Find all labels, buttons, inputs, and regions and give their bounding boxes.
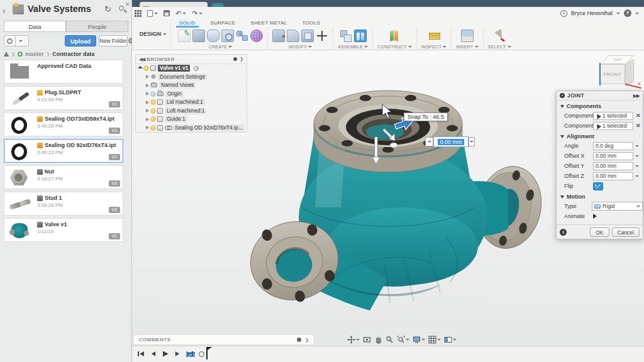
refresh-icon[interactable]: ↻ [104,4,111,14]
redo-button[interactable]: ↷ [192,10,203,16]
visibility-bulb-icon[interactable] [144,66,148,70]
viewcube-right-face[interactable] [625,59,634,86]
list-item-folder[interactable]: Approved CAD Data [4,60,123,84]
comments-expand-icon[interactable]: ❯ [305,337,309,343]
expand-triangle-icon[interactable] [138,66,143,71]
grid-snaps-button[interactable] [428,336,441,344]
list-item[interactable]: Plug.SLDPRT 4:03:09 PM V1 [4,86,123,110]
pipe-icon[interactable] [236,30,248,42]
offset-z-field[interactable]: 0.00 mm [593,172,633,180]
visibility-bulb-icon[interactable] [151,92,155,96]
timeline-feature-icon[interactable] [199,351,204,357]
loft-icon[interactable] [207,30,219,42]
visibility-bulb-icon[interactable] [151,126,155,130]
insert-group-label[interactable]: INSERT [456,45,478,49]
chevron-down-icon[interactable] [635,145,639,147]
top-flange[interactable] [314,90,462,172]
fillet-icon[interactable] [287,30,299,42]
hub-icon[interactable] [4,52,9,57]
step-forward-button[interactable] [174,350,181,358]
modify-group-label[interactable]: MODIFY [272,45,328,49]
new-folder-button[interactable]: New Folder [99,35,128,47]
component1-selection-field[interactable]: 1 selected [593,112,633,120]
list-item[interactable]: Stud 1 3:18:26 PM V2 [4,192,123,216]
tab-tools[interactable]: TOOLS [299,19,323,28]
view-cube[interactable]: TOP FRONT X [597,54,641,93]
tab-surface[interactable]: SURFACE [208,19,239,28]
expand-triangle-icon[interactable] [146,75,149,79]
dim-dropdown-left[interactable] [425,137,433,146]
timeline-group-icon[interactable] [186,352,196,357]
list-item[interactable]: Nut 3:18:27 PM V2 [4,165,123,189]
construct-group-label[interactable]: CONSTRUCT [377,45,412,49]
clear-selection-icon[interactable]: ✕ [636,112,641,119]
expand-triangle-icon[interactable] [146,92,149,96]
breadcrumb-folder[interactable]: Contractor data [52,51,94,57]
zoom-button[interactable] [386,336,394,344]
dialog-dock-icon[interactable]: ▶▶ [633,93,640,99]
expand-triangle-icon[interactable] [146,118,149,121]
expand-triangle-icon[interactable] [146,101,149,104]
list-item-selected[interactable]: Sealing OD 92xID76xT4.ipt 3:40:23 PM V1 [4,139,123,163]
display-settings-button[interactable] [413,336,425,344]
section-components[interactable]: Components [557,101,643,111]
info-icon[interactable]: i [560,229,567,236]
browser-expand-icon[interactable]: ❯ [240,57,243,62]
browser-collapse-icon[interactable]: ◀◀ [139,57,144,62]
clear-selection-icon[interactable]: ✕ [636,123,641,129]
offset-value-field[interactable]: 0.00 mm [433,136,469,147]
chevron-down-icon[interactable] [635,165,639,167]
extrude-icon[interactable] [192,30,205,42]
insert-canvas-icon[interactable] [461,30,474,42]
form-icon[interactable] [250,30,263,42]
tab-solid[interactable]: SOLID [176,19,199,28]
play-button[interactable] [162,350,169,358]
component2-selection-field[interactable]: 1 selected [593,122,633,130]
orbit-button[interactable] [347,336,360,344]
app-menu-button[interactable] [135,10,142,17]
construct-plane-icon[interactable] [388,30,401,42]
viewcube-front-face[interactable]: FRONT [600,64,625,84]
section-motion[interactable]: Motion [557,191,643,201]
skip-start-button[interactable] [137,350,145,358]
browser-root-row[interactable]: Valve v1 v1 [136,64,247,73]
joint-dialog-header[interactable]: JOINT ▶▶ [557,91,643,101]
visibility-bulb-icon[interactable] [151,117,155,121]
clock-icon[interactable] [560,10,567,17]
list-item[interactable]: Valve v1 1/11/19 V1 [4,218,123,242]
joint-tool-icon-active[interactable] [354,30,367,42]
select-cursor-icon[interactable] [493,30,506,42]
move-icon[interactable] [316,30,328,42]
select-group-label[interactable]: SELECT [488,45,511,49]
browser-node[interactable]: Named Views [136,81,247,90]
browser-node[interactable]: Lid machined:1 [136,98,247,107]
shell-icon[interactable] [301,30,314,42]
panel-close-icon[interactable]: ✕ [125,1,130,8]
look-at-button[interactable] [363,336,371,344]
tab-sheet-metal[interactable]: SHEET METAL [247,19,290,28]
visibility-bulb-icon[interactable] [151,100,155,104]
help-icon[interactable]: ? [624,9,631,17]
assemble-group-label[interactable]: ASSEMBLE [338,45,368,49]
inspect-group-label[interactable]: INSPECT [421,45,447,49]
timeline-end-marker[interactable] [206,347,208,359]
browser-display-icon[interactable] [233,57,237,61]
chevron-down-icon[interactable] [635,175,639,177]
press-pull-icon[interactable] [272,30,285,42]
save-button[interactable] [164,10,170,16]
create-sketch-icon[interactable] [178,30,191,42]
breadcrumb-branch[interactable]: master [25,51,44,57]
offset-y-field[interactable]: 0.00 mm [593,162,633,170]
flip-button[interactable] [593,182,603,190]
search-icon[interactable] [119,6,124,11]
browser-node[interactable]: Origin [136,90,247,99]
undo-button[interactable]: ↶ [175,10,186,16]
fit-button[interactable] [397,336,409,344]
browser-node[interactable]: ⚙ Document Settings [136,73,247,82]
expand-triangle-icon[interactable] [146,109,149,112]
tab-data[interactable]: Data [4,21,66,32]
browser-node[interactable]: Sealing OD 92xID76xT4.ip... [136,124,247,133]
offset-x-field[interactable]: 0.00 mm [593,152,633,160]
angle-field[interactable]: 0.0 deg [593,142,633,150]
cancel-button[interactable]: Cancel [612,228,640,237]
